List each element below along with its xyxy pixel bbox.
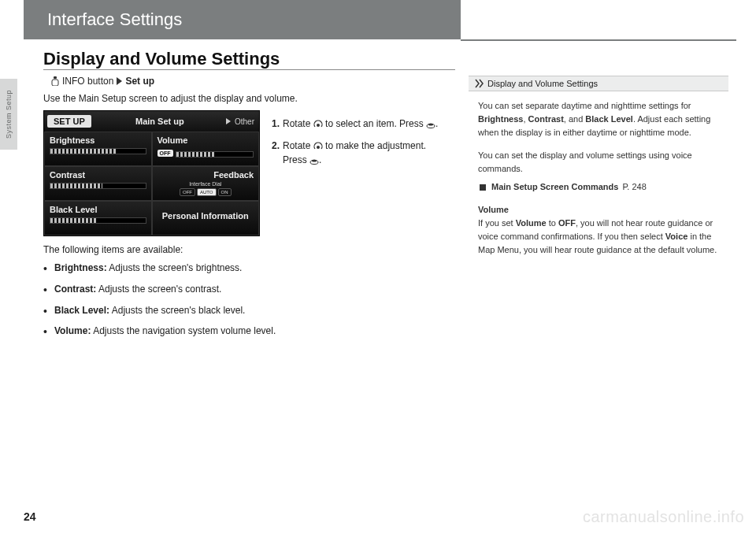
step-2: 2. Rotate to make the adjustment. Press … [272,139,453,167]
svg-point-4 [428,123,433,125]
press-knob-icon [309,157,319,165]
rotate-dial-icon [313,120,323,129]
item-black-level: Black Level: Adjusts the screen's black … [43,304,453,317]
fb-on: ON [218,188,232,196]
svg-rect-1 [52,80,58,86]
steps: 1. Rotate to select an item. Press . 2. … [272,117,453,175]
setup-screen-figure: SET UP Main Set up Other Brightness Volu… [43,110,260,236]
chapter-title: Interface Settings [47,9,182,30]
item-brightness: Brightness: Adjusts the screen's brightn… [43,261,453,275]
breadcrumb-prefix: INFO button [62,76,113,87]
intro-text: Use the Main Setup screen to adjust the … [43,93,298,104]
items-intro: The following items are available: [43,244,183,255]
sidebar-body: You can set separate daytime and nightti… [469,91,728,274]
figure-header: SET UP Main Set up Other [44,111,259,132]
sidebar-ref: Main Setup Screen Commands P. 248 [478,180,719,194]
section-rule [43,69,455,70]
black-level-label: Black Level [50,205,146,214]
svg-point-7 [312,159,317,161]
page-number: 24 [24,510,36,523]
sidebar-p2: You can set the display and volume setti… [478,149,719,176]
brightness-label: Brightness [50,135,146,145]
items-list: Brightness: Adjusts the screen's brightn… [43,261,453,346]
ref-page: P. 248 [622,180,646,194]
side-tab: System Setup [0,79,17,150]
sidebar-head: Display and Volume Settings [469,76,728,91]
cell-black-level: Black Level [44,201,152,235]
chevron-right-icon [225,118,232,124]
info-button-icon [51,76,59,86]
contrast-bar [50,183,146,189]
contrast-label: Contrast [50,170,146,180]
svg-rect-0 [54,76,57,79]
step-1-num: 1. [272,117,280,131]
step-2-num: 2. [272,139,280,167]
cell-personal: Personal Information [152,201,260,235]
black-level-bar [50,217,146,224]
brightness-bar [50,148,146,154]
sidebar-p3: Volume If you set Volume to OFF, you wil… [478,203,719,257]
step-1: 1. Rotate to select an item. Press . [272,117,453,131]
item-contrast: Contrast: Adjusts the screen's contrast. [43,283,453,296]
cell-brightness: Brightness [44,132,152,166]
setup-badge: SET UP [47,115,91,128]
breadcrumb-target: Set up [125,76,154,87]
sidebar-head-text: Display and Volume Settings [487,79,598,88]
svg-point-5 [317,146,320,149]
header-rule [461,39,736,41]
cell-contrast: Contrast [44,166,152,201]
volume-bar: OFF [158,148,254,158]
other-tab: Other [225,117,259,126]
info-sidebar: Display and Volume Settings You can set … [469,76,728,274]
section-title: Display and Volume Settings [43,49,280,69]
volume-label: Volume [158,135,254,145]
personal-label: Personal Information [158,211,254,221]
manual-page: Interface Settings System Setup Display … [0,0,756,534]
figure-grid: Brightness Volume OFF Contrast Feedback … [44,132,259,235]
svg-point-2 [317,124,320,127]
ref-title: Main Setup Screen Commands [491,180,618,194]
step-2-text: Rotate to make the adjustment. Press . [283,139,453,167]
feedback-label: Feedback [158,170,254,180]
rotate-dial-icon [313,142,323,151]
volume-off-badge: OFF [158,150,173,157]
chevron-right-icon [117,77,122,85]
fb-off: OFF [180,188,195,196]
side-tab-label: System Setup [5,90,13,139]
breadcrumb: INFO button Set up [51,76,154,87]
watermark: carmanualsonline.info [583,508,744,526]
figure-title: Main Set up [94,117,225,126]
feedback-sublabel: Interface Dial [158,181,254,187]
step-1-text: Rotate to select an item. Press . [283,117,438,131]
cell-volume: Volume OFF [152,132,260,166]
fb-auto: AUTO [197,188,217,196]
chapter-header: Interface Settings [24,0,461,39]
link-ref-icon [478,183,487,192]
feedback-toggle: OFF AUTO ON [158,188,254,196]
sidebar-p1: You can set separate daytime and nightti… [478,99,719,139]
cell-feedback: Feedback Interface Dial OFF AUTO ON [152,166,260,201]
item-volume: Volume: Adjusts the navigation system vo… [43,324,453,338]
double-chevron-right-icon [475,79,484,88]
press-knob-icon [426,121,435,128]
other-label: Other [235,117,254,126]
